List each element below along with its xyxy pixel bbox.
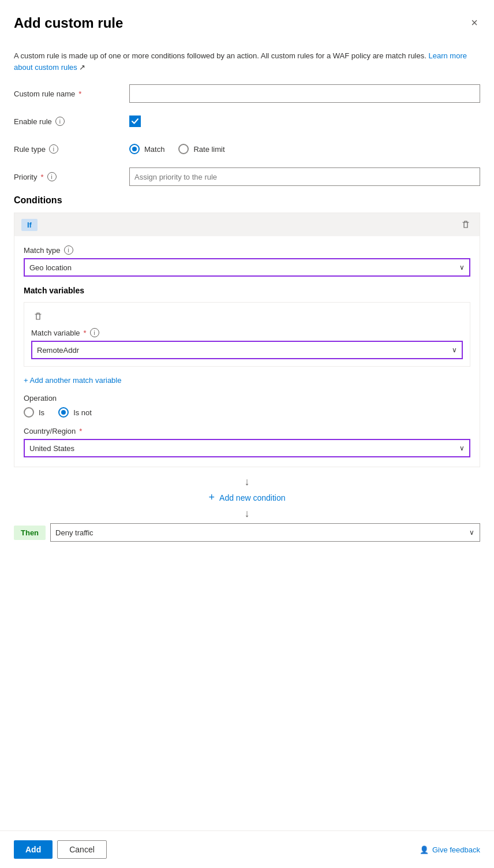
match-variables-title: Match variables bbox=[24, 286, 470, 295]
priority-row: Priority * i bbox=[14, 167, 480, 186]
then-arrow-down-icon: ↓ bbox=[245, 508, 250, 519]
isnot-radio-outer bbox=[58, 407, 69, 418]
is-radio-label: Is bbox=[39, 408, 44, 417]
add-button[interactable]: Add bbox=[14, 840, 53, 859]
priority-input[interactable] bbox=[129, 167, 480, 186]
description-text: A custom rule is made up of one or more … bbox=[14, 50, 480, 73]
enable-rule-label: Enable rule i bbox=[14, 117, 129, 126]
rule-type-ratelimit-option[interactable]: Rate limit bbox=[178, 144, 224, 154]
rule-type-row: Rule type i Match Rate limit bbox=[14, 140, 480, 158]
condition-header: If bbox=[14, 213, 480, 236]
delete-match-variable-button[interactable] bbox=[31, 310, 45, 323]
match-type-info-icon[interactable]: i bbox=[64, 245, 73, 255]
then-select-wrapper: Deny traffic Allow traffic Log ∨ bbox=[50, 523, 480, 542]
priority-control bbox=[129, 167, 480, 186]
rule-type-control: Match Rate limit bbox=[129, 144, 480, 154]
match-type-select-wrapper: Geo location IP address Request headers … bbox=[24, 258, 470, 277]
country-select[interactable]: United States Canada Germany France Chin… bbox=[24, 439, 470, 457]
add-condition-plus-icon: + bbox=[209, 491, 215, 504]
match-type-select[interactable]: Geo location IP address Request headers … bbox=[24, 258, 470, 277]
custom-rule-name-row: Custom rule name * bbox=[14, 84, 480, 103]
panel-footer: Add Cancel 👤 Give feedback bbox=[0, 830, 494, 868]
rule-type-info-icon[interactable]: i bbox=[49, 144, 58, 154]
panel-header: Add custom rule × bbox=[0, 0, 494, 41]
rule-type-label: Rule type i bbox=[14, 144, 129, 154]
custom-rule-name-control bbox=[129, 84, 480, 103]
priority-label: Priority * i bbox=[14, 172, 129, 181]
delete-match-var-icon bbox=[33, 312, 43, 321]
if-badge: If bbox=[21, 219, 38, 231]
delete-condition-button[interactable] bbox=[459, 218, 473, 232]
match-var-delete-wrapper bbox=[31, 310, 463, 323]
match-variable-select-wrapper: RemoteAddr RequestHeader QueryString ∨ bbox=[31, 341, 463, 359]
enable-rule-checkbox[interactable] bbox=[129, 116, 141, 127]
operation-radio-group: Is Is not bbox=[24, 407, 470, 418]
match-radio-label: Match bbox=[144, 145, 164, 154]
operation-isnot-option[interactable]: Is not bbox=[58, 407, 92, 418]
then-row: Then Deny traffic Allow traffic Log ∨ bbox=[14, 523, 480, 542]
custom-rule-name-input[interactable] bbox=[129, 84, 480, 103]
is-radio-outer bbox=[24, 407, 34, 418]
isnot-radio-label: Is not bbox=[73, 408, 92, 417]
add-condition-button[interactable]: + Add new condition bbox=[209, 487, 286, 508]
match-variable-card: Match variable * i RemoteAddr RequestHea… bbox=[24, 302, 470, 367]
match-variable-info-icon[interactable]: i bbox=[90, 328, 99, 337]
required-indicator: * bbox=[78, 90, 81, 98]
add-custom-rule-panel: Add custom rule × A custom rule is made … bbox=[0, 0, 494, 868]
add-condition-divider: ↓ + Add new condition ↓ bbox=[14, 476, 480, 519]
feedback-icon: 👤 bbox=[420, 845, 429, 854]
priority-required: * bbox=[40, 173, 43, 181]
rule-type-match-option[interactable]: Match bbox=[129, 144, 164, 154]
conditions-section-title: Conditions bbox=[14, 195, 480, 206]
country-required: * bbox=[79, 427, 82, 435]
country-select-wrapper: United States Canada Germany France Chin… bbox=[24, 439, 470, 457]
footer-actions: Add Cancel bbox=[14, 840, 107, 859]
operation-label: Operation bbox=[24, 394, 470, 403]
custom-rule-name-label: Custom rule name * bbox=[14, 90, 129, 98]
enable-rule-control bbox=[129, 116, 480, 127]
match-type-label: Match type i bbox=[24, 245, 470, 255]
operation-section: Operation Is Is not bbox=[24, 394, 470, 418]
enable-rule-info-icon[interactable]: i bbox=[55, 117, 65, 126]
then-action-select[interactable]: Deny traffic Allow traffic Log bbox=[50, 523, 480, 542]
cancel-button[interactable]: Cancel bbox=[57, 840, 107, 859]
match-variable-select[interactable]: RemoteAddr RequestHeader QueryString bbox=[31, 341, 463, 359]
panel-body: A custom rule is made up of one or more … bbox=[0, 41, 494, 830]
delete-icon bbox=[461, 220, 470, 229]
match-radio-outer bbox=[129, 144, 140, 154]
panel-title: Add custom rule bbox=[14, 15, 123, 31]
give-feedback-link[interactable]: 👤 Give feedback bbox=[420, 845, 480, 854]
enable-rule-row: Enable rule i bbox=[14, 112, 480, 131]
condition-card: If Match type i Geo location IP address bbox=[14, 213, 480, 467]
match-radio-inner bbox=[132, 147, 137, 151]
check-icon bbox=[132, 118, 139, 125]
enable-rule-checkbox-wrapper bbox=[129, 116, 480, 127]
isnot-radio-inner bbox=[61, 410, 66, 415]
country-region-section: Country/Region * United States Canada Ge… bbox=[24, 427, 470, 457]
condition-arrow-down-icon: ↓ bbox=[245, 476, 250, 487]
then-badge: Then bbox=[14, 526, 46, 540]
condition-body: Match type i Geo location IP address Req… bbox=[14, 236, 480, 467]
match-variables-section: Match variables Match variable * bbox=[24, 286, 470, 385]
priority-info-icon[interactable]: i bbox=[47, 172, 57, 181]
close-button[interactable]: × bbox=[469, 14, 480, 32]
operation-is-option[interactable]: Is bbox=[24, 407, 44, 418]
ratelimit-radio-label: Rate limit bbox=[193, 145, 224, 154]
match-variable-required: * bbox=[84, 329, 87, 337]
match-variable-label: Match variable * i bbox=[31, 328, 463, 337]
country-region-label: Country/Region * bbox=[24, 427, 470, 435]
ratelimit-radio-outer bbox=[178, 144, 189, 154]
rule-type-radio-group: Match Rate limit bbox=[129, 144, 480, 154]
add-match-variable-link[interactable]: + Add another match variable bbox=[24, 376, 121, 385]
